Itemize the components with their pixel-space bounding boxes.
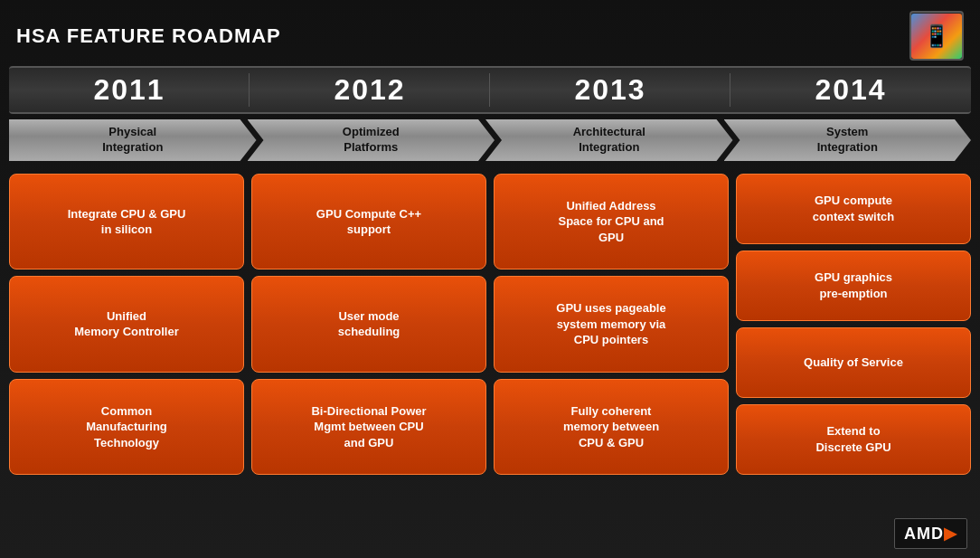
- year-2014: 2014: [730, 73, 971, 107]
- amd-logo: AMD▶: [894, 518, 967, 549]
- phase-label-2012: OptimizedPlatforms: [343, 125, 400, 156]
- feature-grid: Integrate CPU & GPUin silicon UnifiedMem…: [9, 174, 971, 475]
- col-2014: GPU computecontext switch GPU graphicspr…: [736, 174, 971, 475]
- phase-arrow-2011: PhysicalIntegration: [9, 119, 257, 161]
- phase-label-2011: PhysicalIntegration: [102, 125, 163, 156]
- phase-arrow-2012: OptimizedPlatforms: [248, 119, 495, 161]
- year-2013: 2013: [490, 73, 730, 107]
- feature-integrate-cpu-gpu: Integrate CPU & GPUin silicon: [9, 174, 244, 270]
- amd-text: AMD▶: [904, 525, 957, 543]
- feature-extend-discrete-gpu: Extend toDiscrete GPU: [736, 404, 971, 475]
- feature-unified-memory-controller: UnifiedMemory Controller: [9, 276, 244, 372]
- feature-gpu-compute-context-switch: GPU computecontext switch: [736, 174, 971, 244]
- feature-bidirectional-power: Bi-Directional PowerMgmt between CPUand …: [251, 379, 486, 475]
- page-title: HSA FEATURE ROADMAP: [16, 24, 281, 48]
- year-banner: 2011 2012 2013 2014: [9, 66, 971, 114]
- phase-label-2014: SystemIntegration: [817, 125, 878, 156]
- feature-user-mode-scheduling: User modescheduling: [251, 276, 486, 372]
- feature-unified-address-space: Unified AddressSpace for CPU andGPU: [494, 174, 729, 270]
- phase-2011: PhysicalIntegration: [9, 114, 257, 166]
- feature-pageable-memory: GPU uses pageablesystem memory viaCPU po…: [494, 276, 729, 372]
- year-2012: 2012: [250, 73, 490, 107]
- thumbnail-image: [909, 11, 964, 61]
- phase-2012: OptimizedPlatforms: [248, 114, 495, 166]
- amd-accent: ▶: [944, 525, 957, 543]
- phase-2013: ArchitecturalIntegration: [485, 114, 733, 166]
- phase-row: PhysicalIntegration OptimizedPlatforms A…: [9, 114, 971, 166]
- phase-label-2013: ArchitecturalIntegration: [573, 125, 645, 156]
- feature-coherent-memory: Fully coherentmemory betweenCPU & GPU: [494, 379, 729, 475]
- thumb-inner: [911, 14, 962, 59]
- phase-2014: SystemIntegration: [724, 114, 972, 166]
- main-container: HSA FEATURE ROADMAP 2011 2012 2013 2014 …: [0, 0, 980, 558]
- col-2013: Unified AddressSpace for CPU andGPU GPU …: [494, 174, 729, 475]
- year-2011: 2011: [9, 73, 250, 107]
- phase-arrow-2014: SystemIntegration: [724, 119, 972, 161]
- feature-quality-of-service: Quality of Service: [736, 327, 971, 398]
- phase-arrow-2013: ArchitecturalIntegration: [485, 119, 733, 161]
- feature-common-manufacturing: CommonManufacturingTechnology: [9, 379, 244, 475]
- feature-gpu-compute-cpp: GPU Compute C++support: [251, 174, 486, 270]
- col-2011: Integrate CPU & GPUin silicon UnifiedMem…: [9, 174, 244, 475]
- col-2012: GPU Compute C++support User modescheduli…: [251, 174, 486, 475]
- title-bar: HSA FEATURE ROADMAP: [0, 0, 980, 66]
- feature-gpu-graphics-preemption: GPU graphicspre-emption: [736, 251, 971, 321]
